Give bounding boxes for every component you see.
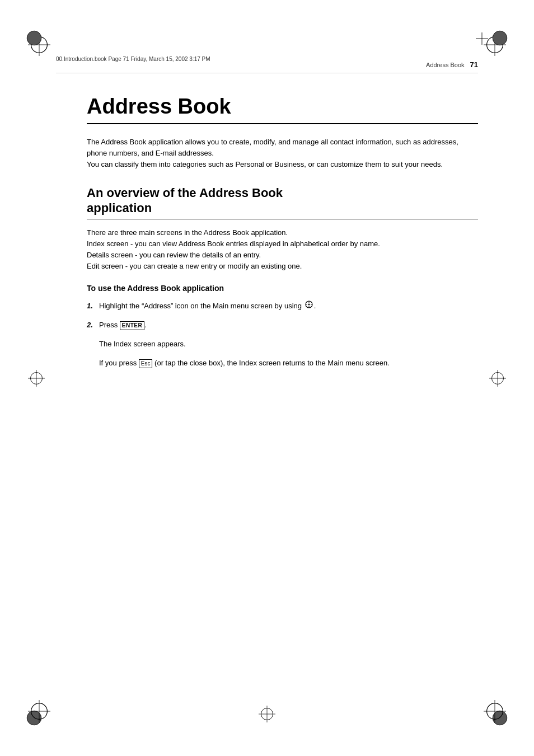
step-note-1: The Index screen appears.	[99, 339, 478, 350]
esc-key: Esc	[139, 359, 153, 368]
chapter-title: Address Book	[87, 95, 478, 119]
reg-mark-left-mid	[28, 370, 45, 387]
header-right-area: Address Book 71	[426, 60, 478, 69]
corner-bracket-top-right	[476, 32, 488, 45]
header-section-label: Address Book	[426, 62, 464, 68]
section-rule	[87, 219, 478, 219]
step-item-2: 2. Press ENTER.	[87, 320, 478, 331]
reg-mark-bottom-center	[259, 706, 275, 722]
steps-list: 1. Highlight the “Address” icon on the M…	[87, 300, 478, 331]
reg-mark-bottom-right	[484, 700, 506, 722]
header-rule	[56, 73, 478, 73]
corner-circle-top-left	[25, 29, 43, 47]
reg-mark-right-mid	[489, 370, 506, 387]
step-content-2: Press ENTER.	[99, 320, 478, 331]
corner-circle-top-right	[491, 29, 509, 47]
intro-paragraph: The Address Book application allows you …	[87, 137, 478, 170]
chapter-title-rule	[87, 123, 478, 124]
svg-point-6	[493, 31, 507, 45]
step-note-2: If you press Esc (or tap the close box),…	[99, 358, 478, 369]
page-header: 00.Introduction.book Page 71 Friday, Mar…	[56, 56, 478, 62]
reg-mark-bottom-left	[28, 700, 50, 722]
svg-point-28	[308, 304, 310, 306]
section-heading: An overview of the Address Bookapplicati…	[87, 186, 478, 215]
step-number-1: 1.	[87, 300, 99, 312]
header-page-number: 71	[470, 60, 478, 69]
subsection-heading: To use the Address Book application	[87, 284, 478, 293]
step-item-1: 1. Highlight the “Address” icon on the M…	[87, 300, 478, 312]
main-content: Address Book The Address Book applicatio…	[87, 84, 478, 689]
step-content-1: Highlight the “Address” icon on the Main…	[99, 300, 478, 312]
section-body: There are three main screens in the Addr…	[87, 227, 478, 273]
file-info: 00.Introduction.book Page 71 Friday, Mar…	[56, 56, 210, 62]
nav-icon	[305, 300, 313, 312]
svg-point-11	[27, 31, 41, 45]
page: 00.Introduction.book Page 71 Friday, Mar…	[0, 0, 534, 756]
enter-key: ENTER	[120, 321, 144, 330]
step-number-2: 2.	[87, 320, 99, 331]
